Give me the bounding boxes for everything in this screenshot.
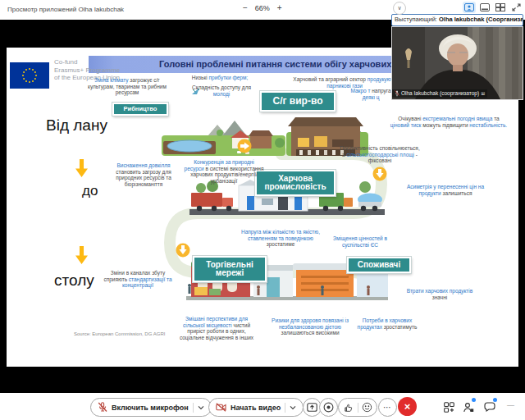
meeting-toolbar: Включить микрофон Начать видео ⋯ × —	[0, 393, 525, 420]
participant-name-overlay: Olha Iakubchak (соорганизатор) ⊞	[392, 89, 487, 98]
label-consumers: Споживачі	[347, 257, 411, 273]
speaker-panel-title[interactable]: Выступающий: Olha Iakubchak (Соорганизат…	[391, 14, 523, 26]
flow-step-to: столу	[54, 272, 94, 290]
slide-source: Source: European Commission, DG AGRI	[74, 331, 180, 336]
emoji-icon[interactable]	[362, 402, 372, 413]
chevron-down-icon[interactable]: ∨	[393, 2, 406, 15]
farm-scene	[162, 117, 368, 156]
label-food-industry: Харчова промисловість	[255, 170, 336, 196]
record-button[interactable]	[319, 398, 338, 417]
slide-annotation: Очікувані екстремальні погодні явища та …	[389, 116, 509, 128]
slide-annotation: Потреби в харчових продуктах зростатимут…	[353, 317, 422, 330]
flow-step-mid: до	[82, 183, 98, 199]
share-screen-icon	[307, 403, 317, 412]
notification-dot	[493, 398, 497, 402]
video-panel-controls: ∨	[391, 2, 523, 14]
divider	[193, 403, 194, 413]
notification-dot	[472, 398, 476, 402]
raise-hand-icon[interactable]	[343, 402, 354, 413]
start-video-button-label: Начать видео	[231, 404, 281, 412]
webcam-video[interactable]: Olha Iakubchak (соорганизатор) ⊞	[391, 26, 523, 100]
unmute-button-label: Включить микрофон	[112, 404, 189, 412]
active-speaker-view-icon[interactable]	[463, 2, 476, 13]
record-icon	[323, 402, 334, 413]
slide-annotation: Складність доступу для молоді	[187, 84, 256, 97]
zoom-control: − 66% +	[243, 3, 282, 12]
chevron-down-icon[interactable]	[198, 405, 204, 410]
chevron-down-icon[interactable]	[290, 405, 296, 410]
end-call-button[interactable]: ×	[398, 397, 417, 416]
speaker-view-icon[interactable]	[478, 2, 491, 13]
slide-annotation: Зміни в каналах збуту сприяють стандарти…	[102, 270, 174, 289]
slide-annotation: Макро т напруга деякі ц	[346, 88, 395, 100]
chat-button[interactable]	[483, 400, 496, 413]
pin-badge-icon[interactable]: ⊞	[481, 89, 485, 98]
divider	[358, 403, 358, 413]
drag-handle[interactable]: —	[507, 401, 514, 409]
start-video-button[interactable]: Начать видео	[208, 398, 304, 417]
camera-muted-icon	[216, 403, 226, 412]
slide-annotation: Низькі прибутки ферм;	[185, 75, 254, 81]
slide-annotation: Втрати харчових продуктів значні	[402, 288, 477, 300]
slide-annotation: Зміщення цінностей в суспільстві ЄС	[326, 235, 394, 248]
apps-button[interactable]	[442, 400, 455, 413]
slide-annotation: Напруга між кількістю та якістю, ставлен…	[240, 229, 322, 248]
reactions-group	[338, 398, 377, 417]
mic-muted-icon	[395, 90, 399, 97]
slide-annotation: Конкуренція за природні ресурси в систем…	[184, 159, 264, 185]
gallery-view-icon[interactable]	[494, 2, 507, 13]
slide-annotation: Асиметрія у перенесенні цін на продукти …	[405, 184, 486, 196]
more-button[interactable]: ⋯	[378, 398, 397, 417]
down-arrow-icon	[75, 159, 88, 177]
slide-annotation: Зміна клімату загрожує с/г культурам, тв…	[84, 77, 170, 96]
zoom-out-button[interactable]: −	[243, 3, 248, 12]
slide-annotation: Ризики для здоровя повязані із незбаланс…	[267, 317, 353, 336]
label-retail: Торгівельні мережі	[193, 256, 267, 282]
slide-annotation: Продуктивність сповільнюється, а сільськ…	[340, 145, 420, 164]
fullscreen-icon[interactable]	[509, 2, 523, 13]
chat-bubble-icon	[484, 402, 495, 412]
zoom-in-button[interactable]: +	[277, 3, 282, 12]
app-window: { "colors":{"accent_blue":"#2e78c8","tea…	[0, 0, 525, 420]
slide-annotation: Виснаження довкілля становить загрозу дл…	[112, 162, 176, 188]
zoom-level: 66%	[255, 4, 270, 12]
eu-flag	[10, 62, 49, 89]
webcam-frame	[392, 27, 523, 99]
speaker-video-panel: ∨ Выступающий: Olha Iakubchak (Соорганиз…	[391, 2, 523, 100]
mic-muted-icon	[98, 402, 107, 413]
participants-button[interactable]	[462, 400, 475, 413]
participants-icon	[463, 402, 474, 413]
label-fishery: Рибництво	[112, 103, 168, 116]
down-arrow-icon	[75, 246, 88, 264]
divider	[285, 403, 285, 413]
slide-annotation: Змішані перспективи для сільської місцев…	[176, 316, 258, 341]
flow-step-from: Від лану	[46, 116, 107, 135]
apps-grid-icon	[444, 402, 454, 413]
window-title: Просмотр приложений Olha Iakubchak	[7, 6, 124, 13]
unmute-button[interactable]: Включить микрофон	[90, 398, 212, 417]
label-agriculture: С/г вир-во	[260, 91, 336, 112]
